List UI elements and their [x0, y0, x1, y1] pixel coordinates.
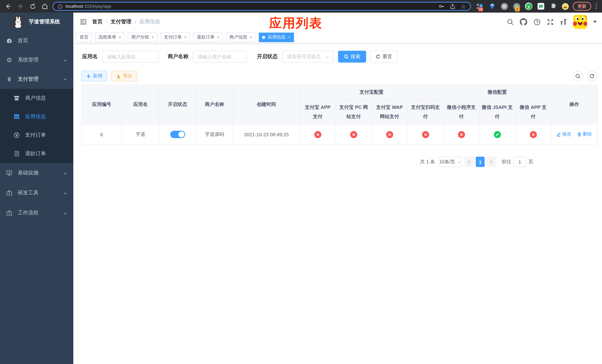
grid-table-icon [14, 114, 20, 120]
edit-button[interactable]: 修改 [557, 131, 571, 138]
status-select[interactable]: 请选择开启状态 [282, 51, 333, 63]
navbar-actions [506, 15, 597, 29]
merchant-name-input[interactable] [193, 51, 247, 63]
chevron-down-icon [63, 171, 67, 175]
address-bar[interactable]: localhost:1024/pay/app ☆ [53, 2, 471, 11]
refresh-button[interactable] [587, 71, 597, 81]
cell-create-time: 2021-10-23 08:49:25 [233, 124, 300, 145]
extensions-puzzle-icon[interactable] [549, 3, 557, 10]
reload-button[interactable] [28, 2, 37, 11]
disabled-x-icon [350, 131, 357, 138]
close-icon[interactable]: × [119, 35, 121, 39]
bookmark-star-icon[interactable]: ☆ [461, 3, 466, 9]
sidebar-item-devtools[interactable]: 研发工具 [0, 183, 73, 203]
font-size-icon[interactable] [560, 18, 567, 26]
gear-icon: ⚙ [6, 57, 12, 63]
home-button[interactable] [40, 2, 49, 11]
profile-avatar-icon[interactable] [562, 3, 569, 10]
user-avatar[interactable] [573, 15, 587, 29]
sidebar-collapse-icon[interactable] [80, 18, 87, 26]
chevron-down-icon [325, 55, 329, 59]
col-alipay-qr: 支付宝扫码支付 [408, 100, 443, 124]
sidebar-item-app-info[interactable]: 应用信息 [0, 107, 73, 126]
close-icon[interactable]: × [250, 35, 252, 39]
app-name-label: 应用名 [82, 53, 98, 60]
extension-grid-diamond-icon[interactable]: 10 [476, 3, 484, 10]
page-size-select[interactable]: 10条/页 [439, 157, 462, 167]
back-button[interactable] [4, 2, 13, 11]
sidebar-item-label: 首页 [18, 37, 67, 44]
sidebar-item-home[interactable]: 首页 [0, 31, 73, 50]
col-actions: 操作 [551, 85, 597, 124]
next-page-button[interactable] [487, 157, 496, 167]
search-icon[interactable] [506, 18, 514, 26]
cell-status [159, 124, 196, 145]
tab-app-info-active[interactable]: 应用信息× [259, 32, 294, 42]
cell-merchant: 芋道源码 [196, 124, 233, 145]
yen-icon: ¥ [6, 76, 12, 82]
search-button[interactable]: 搜索 [338, 51, 366, 63]
sidebar-item-system[interactable]: ⚙ 系统管理 [0, 50, 73, 70]
sidebar-item-payment[interactable]: ¥ 支付管理 [0, 70, 73, 89]
extension-gem-icon[interactable] [488, 3, 496, 10]
toggle-search-button[interactable] [573, 71, 583, 81]
sidebar-item-pay-order[interactable]: 支付订单 [0, 126, 73, 144]
close-icon[interactable]: × [217, 35, 220, 39]
extension-command-icon[interactable]: ⌘ [501, 3, 508, 10]
app-title: 芋道管理系统 [29, 19, 60, 25]
fullscreen-icon[interactable] [547, 18, 554, 26]
app-logo-row[interactable]: 芋道管理系统 [0, 13, 73, 31]
tab-home[interactable]: 首页 [76, 32, 92, 42]
prev-page-button[interactable] [465, 157, 473, 167]
sidebar-item-merchant-info[interactable]: 商户信息 [0, 89, 73, 107]
tab-pay-order[interactable]: 支付订单× [161, 32, 190, 42]
sidebar-item-workflow[interactable]: 工作流程 [0, 203, 73, 223]
extension-recorder-icon[interactable]: 1 [513, 3, 520, 10]
goto-page-input[interactable] [514, 157, 526, 167]
tab-merchant-info[interactable]: 商户信息× [226, 32, 256, 42]
github-icon[interactable] [520, 18, 527, 26]
extension-chat-icon[interactable] [537, 3, 545, 10]
extension-badge: 10 [478, 7, 483, 11]
page-1-button[interactable]: 1 [476, 157, 485, 167]
app-name-input[interactable] [102, 51, 159, 63]
close-icon[interactable]: × [152, 35, 154, 39]
close-icon[interactable]: × [184, 35, 187, 39]
url-text: localhost:1024/pay/app [65, 4, 111, 9]
tab-refund-order[interactable]: 退款订单× [194, 32, 223, 42]
breadcrumb: 首页 / 支付管理 / 应用信息 [92, 19, 160, 25]
chevron-down-icon [63, 211, 67, 215]
sidebar-item-refund-order[interactable]: 退款订单 [0, 144, 73, 163]
app-table: 应用编号 应用名 开启状态 商户名称 创建时间 支付宝配置 微信配置 操作 支付… [81, 85, 598, 145]
cell-wx-lite [443, 124, 479, 145]
reset-button[interactable]: 重置 [370, 51, 398, 63]
share-icon[interactable] [450, 3, 455, 9]
tab-user-group[interactable]: 用户分组× [128, 32, 157, 42]
sidebar-item-infra[interactable]: 基础设施 [0, 163, 73, 183]
col-group-wechat: 微信配置 [443, 85, 551, 100]
password-key-icon[interactable] [438, 3, 444, 9]
user-menu-caret-icon[interactable] [593, 21, 597, 23]
help-icon[interactable] [533, 18, 540, 26]
cell-alipay-pc [336, 124, 372, 145]
extension-y-icon[interactable]: y [525, 3, 532, 10]
annotation-title: 应用列表 [269, 15, 322, 32]
tab-process-form[interactable]: 流程表单× [95, 32, 125, 42]
breadcrumb-home[interactable]: 首页 [92, 19, 103, 25]
breadcrumb-separator: / [135, 19, 136, 25]
breadcrumb-section[interactable]: 支付管理 [111, 19, 131, 25]
sidebar-item-label: 工作流程 [18, 210, 57, 216]
site-info-icon[interactable] [58, 4, 63, 9]
add-button[interactable]: 新增 [81, 71, 107, 81]
close-icon[interactable]: × [288, 35, 290, 39]
forward-button[interactable] [16, 2, 25, 11]
monitor-check-icon [6, 170, 12, 176]
chevron-down-icon [63, 58, 67, 62]
status-toggle-on[interactable] [170, 131, 185, 138]
delete-button[interactable]: 删除 [577, 131, 592, 138]
export-button[interactable]: 导出 [111, 71, 137, 81]
tags-view-bar: 首页 流程表单× 用户分组× 支付订单× 退款订单× 商户信息× 应用信息× [73, 31, 602, 44]
col-wx-lite: 微信小程序支付 [443, 100, 479, 124]
browser-menu-icon[interactable] [594, 4, 598, 9]
chrome-update-button[interactable]: 更新 [573, 2, 591, 11]
